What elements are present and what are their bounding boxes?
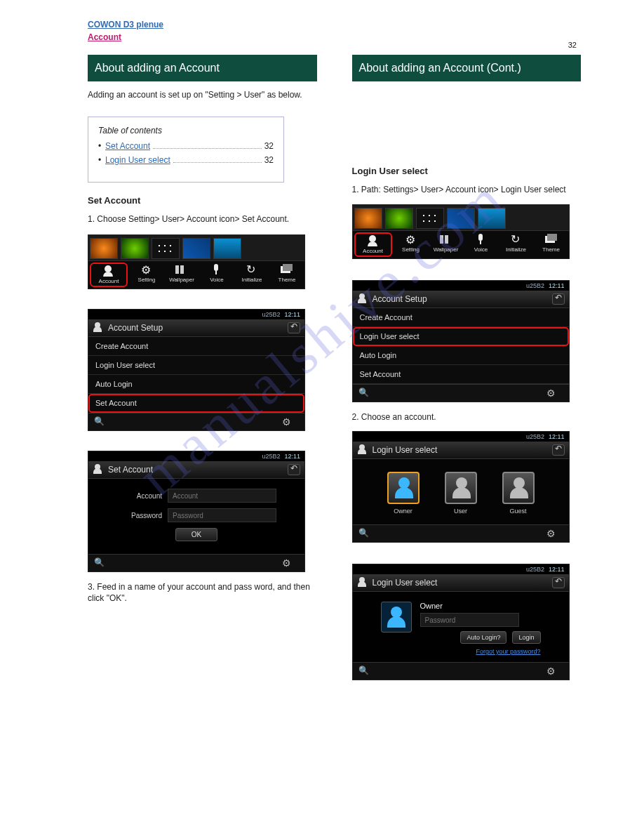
back-button[interactable] (552, 577, 565, 588)
nav-initialize[interactable]: Initialize (234, 261, 269, 289)
nav-wallpaper[interactable]: Wallpaper (164, 261, 199, 289)
screenshot-account-setup-login: 12:11 Account Setup Create Account Login… (352, 280, 570, 402)
settings-icon[interactable] (546, 528, 563, 539)
toc-link-set-account[interactable]: Set Account (105, 141, 150, 151)
user-tile-user[interactable]: User (440, 472, 482, 515)
ok-button[interactable]: OK (175, 528, 217, 541)
nav-label: Wallpaper (169, 277, 194, 283)
table-of-contents: Table of contents • Set Account 32 • Log… (88, 117, 284, 183)
search-icon[interactable] (94, 557, 111, 569)
toc-leader (153, 141, 262, 149)
toc-heading: Table of contents (98, 126, 274, 135)
back-button[interactable] (288, 464, 300, 475)
screenshot-launcher: Account Setting Wallpaper Voice Initiali… (88, 234, 305, 289)
menu-login-user-select[interactable]: Login User select (353, 327, 569, 346)
settings-icon[interactable] (282, 557, 299, 569)
nav-label: Wallpaper (434, 246, 459, 253)
screen-title: Account Setup (373, 294, 427, 304)
avatar-icon (381, 602, 412, 633)
nav-setting[interactable]: Setting (394, 231, 429, 258)
screen-title: Set Account (108, 465, 153, 475)
mic-icon (474, 234, 489, 245)
avatar-icon (387, 472, 420, 504)
step-text: 2. Choose an account. (352, 412, 582, 423)
wallpaper-icon (438, 234, 454, 245)
launcher-tile (90, 238, 118, 259)
nav-label: Voice (474, 246, 488, 253)
back-button[interactable] (552, 444, 565, 456)
auto-login-button[interactable]: Auto Login? (460, 631, 507, 644)
nav-label: Setting (138, 277, 156, 283)
screen-title: Account Setup (108, 323, 163, 333)
status-time: 12:11 (549, 282, 565, 289)
account-icon (357, 577, 368, 588)
nav-voice[interactable]: Voice (464, 231, 499, 258)
launcher-tile (354, 208, 382, 229)
nav-label: Setting (402, 246, 420, 253)
launcher-tile (121, 238, 149, 259)
account-label: Account (116, 492, 162, 500)
account-icon (357, 293, 368, 305)
account-input[interactable] (168, 489, 276, 503)
menu-create-account[interactable]: Create Account (88, 337, 304, 356)
search-icon[interactable] (94, 416, 111, 428)
theme-icon (279, 264, 295, 275)
breadcrumb-section: Account (88, 32, 581, 42)
launcher-tile (416, 208, 444, 229)
nav-label: Account (363, 248, 383, 254)
screen-title: Login User select (373, 578, 438, 588)
avatar-icon (445, 472, 477, 504)
user-tile-owner[interactable]: Owner (382, 472, 424, 515)
account-icon (357, 444, 368, 456)
password-input[interactable] (168, 508, 276, 522)
search-icon[interactable] (358, 666, 375, 677)
user-tile-guest[interactable]: Guest (497, 472, 539, 515)
settings-icon[interactable] (546, 388, 563, 399)
wifi-icon (526, 282, 544, 289)
search-icon[interactable] (358, 388, 375, 399)
user-name: User (440, 508, 482, 515)
left-column: About adding an Account Adding an accoun… (88, 55, 317, 680)
menu-set-account[interactable]: Set Account (353, 365, 569, 384)
nav-initialize[interactable]: Initialize (499, 231, 534, 258)
screen-title: Login User select (373, 445, 438, 455)
settings-icon[interactable] (546, 666, 563, 677)
menu-auto-login[interactable]: Auto Login (353, 346, 569, 365)
nav-account[interactable]: Account (354, 232, 392, 257)
nav-theme[interactable]: Theme (534, 231, 569, 258)
back-button[interactable] (288, 322, 300, 333)
nav-label: Theme (279, 277, 296, 283)
nav-theme[interactable]: Theme (269, 261, 304, 289)
menu-auto-login[interactable]: Auto Login (88, 375, 304, 394)
subheading-set-account: Set Account (88, 195, 317, 206)
subheading-login-user-select: Login User select (352, 166, 582, 176)
account-icon (365, 235, 381, 246)
menu-login-user-select[interactable]: Login User select (88, 356, 304, 375)
launcher-tile (478, 208, 506, 229)
login-button[interactable]: Login (512, 631, 540, 644)
user-name: Guest (497, 508, 539, 515)
forgot-password-link[interactable]: Forgot your password? (420, 648, 541, 655)
page-number: 32 (568, 41, 577, 49)
nav-label: Account (99, 278, 119, 284)
mic-icon (209, 264, 224, 275)
back-button[interactable] (552, 293, 565, 305)
toc-row: • Set Account 32 (98, 141, 274, 151)
menu-set-account[interactable]: Set Account (88, 394, 304, 413)
avatar-icon (502, 472, 535, 504)
screenshot-launcher: Account Setting Wallpaper Voice Initiali… (352, 204, 570, 259)
settings-icon[interactable] (282, 416, 299, 428)
nav-account[interactable]: Account (90, 263, 128, 287)
gear-icon (403, 234, 419, 245)
bullet-icon: • (98, 155, 105, 165)
password-label: Password (116, 512, 162, 519)
nav-label: Initialize (242, 277, 262, 283)
status-time: 12:11 (549, 433, 565, 440)
search-icon[interactable] (358, 528, 375, 539)
nav-setting[interactable]: Setting (129, 261, 164, 289)
toc-link-login-user-select[interactable]: Login User select (105, 155, 170, 165)
nav-voice[interactable]: Voice (199, 261, 234, 289)
login-password-input[interactable] (420, 613, 519, 627)
menu-create-account[interactable]: Create Account (353, 308, 569, 327)
nav-wallpaper[interactable]: Wallpaper (429, 231, 464, 258)
